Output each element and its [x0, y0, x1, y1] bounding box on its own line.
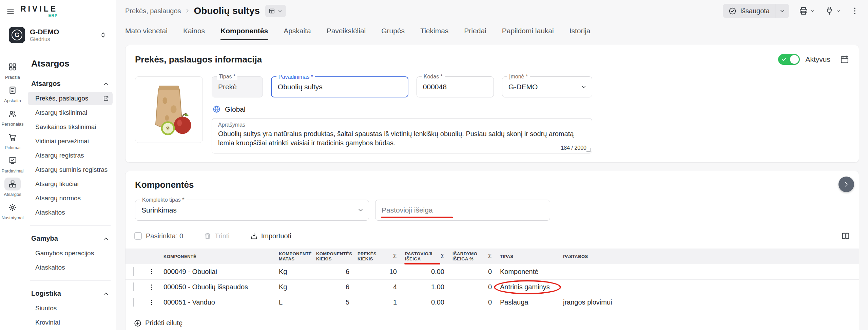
- tab-komponentes[interactable]: Komponentės: [220, 22, 268, 40]
- resize-handle[interactable]: [586, 148, 591, 152]
- rail-item-pirkimai[interactable]: Pirkimai: [4, 131, 21, 150]
- main-area: Prekės, paslaugos Obuolių sultys Išsaugo…: [116, 0, 868, 330]
- print-button[interactable]: [799, 6, 815, 16]
- sidebar-item-atsargu-tikslinimai[interactable]: Atsargų tikslinimai: [28, 106, 113, 120]
- sidebar-item-atsargu-suminis-registras[interactable]: Atsargų suminis registras: [28, 163, 113, 177]
- tab-paveiksleliai[interactable]: Paveikslėliai: [327, 22, 366, 40]
- kodas-field[interactable]: Kodas * 000048: [417, 76, 494, 97]
- pavadinimas-field[interactable]: Pavadinimas * Obuolių sultys: [271, 76, 408, 97]
- integrations-button[interactable]: [825, 6, 841, 16]
- col-komponente[interactable]: KOMPONENTĖ: [159, 249, 275, 264]
- calendar-button[interactable]: [840, 55, 849, 64]
- sidebar-item-savikainos-tikslinimai[interactable]: Savikainos tikslinimai: [28, 120, 113, 134]
- save-button[interactable]: Išsaugota: [723, 4, 775, 18]
- cell-pastovioji: 1.00: [401, 279, 448, 295]
- sidebar-group-atsargos[interactable]: Atsargos: [28, 77, 113, 90]
- rail-item-personalas[interactable]: Personalas: [1, 107, 23, 127]
- tab-kainos[interactable]: Kainos: [183, 22, 205, 40]
- col-pastovioji-iseiga[interactable]: PASTOVIOJI IŠEIGAΣ: [401, 249, 448, 264]
- row-menu-icon[interactable]: [148, 283, 155, 291]
- cell-komponente: 000050 - Obuolių išspaudos: [159, 279, 275, 295]
- boxes-icon: [4, 178, 21, 190]
- komplekto-tipas-select[interactable]: Komplekto tipas * Surinkimas: [135, 200, 369, 221]
- sidebar: RIVILE ERP G G-DEMO Giedrius: [0, 0, 116, 330]
- cell-pastabos: [559, 279, 637, 295]
- active-toggle-label: Aktyvus: [805, 55, 830, 63]
- sidebar-item-kroviniai[interactable]: Kroviniai: [28, 316, 113, 329]
- gear-icon: [4, 201, 21, 214]
- row-checkbox[interactable]: [133, 298, 134, 307]
- table-row[interactable]: 000050 - Obuolių išspaudos Kg 6 4 1.00 0…: [126, 279, 859, 295]
- import-button[interactable]: Importuoti: [250, 232, 291, 240]
- col-tipas[interactable]: TIPAS: [496, 249, 559, 264]
- components-table: KOMPONENTĖ KOMPONENTĖS MATAS KOMPONENTĖS…: [126, 249, 859, 310]
- view-switcher-button[interactable]: [265, 5, 286, 17]
- col-isardymo-iseiga[interactable]: IŠARDYMO IŠEIGA %Σ: [448, 249, 496, 264]
- breadcrumb[interactable]: Prekės, paslaugos: [125, 7, 181, 15]
- menu-hamburger-icon[interactable]: [6, 7, 15, 16]
- cell-pastovioji: 0.00: [401, 295, 448, 310]
- sidebar-item-gamybos-operacijos[interactable]: Gamybos operacijos: [28, 246, 113, 260]
- row-checkbox[interactable]: [133, 267, 134, 276]
- active-toggle[interactable]: [778, 54, 800, 65]
- cell-prekes-kiekis: 4: [353, 279, 401, 295]
- rail-item-pardavimai[interactable]: Pardavimai: [1, 154, 23, 173]
- sidebar-item-vidiniai-pervezimai[interactable]: Vidiniai pervežimai: [28, 134, 113, 148]
- col-komponentes-kiekis[interactable]: KOMPONENTĖS KIEKISΣ: [312, 249, 353, 264]
- save-options-button[interactable]: [775, 4, 789, 18]
- tab-priedai[interactable]: Priedai: [464, 22, 486, 40]
- sidebar-item-atsargu-registras[interactable]: Atsargų registras: [28, 149, 113, 162]
- workspace-selector[interactable]: G G-DEMO Giedrius: [5, 23, 111, 47]
- cell-pastovioji: 0.00: [401, 264, 448, 279]
- cell-prekes-kiekis: 1: [353, 295, 401, 310]
- sigma-icon[interactable]: Σ: [393, 253, 397, 260]
- selected-count: Pasirinkta: 0: [146, 232, 183, 240]
- sidebar-item-prekes-paslaugos[interactable]: Prekės, paslaugos: [28, 92, 113, 105]
- column-settings-button[interactable]: [841, 232, 850, 240]
- cell-komponente: 000051 - Vanduo: [159, 295, 275, 310]
- row-menu-icon[interactable]: [148, 299, 155, 306]
- rail-item-apskaita[interactable]: Apskaita: [4, 84, 21, 103]
- row-menu-icon[interactable]: [148, 268, 155, 275]
- cell-kiekis: 5: [312, 295, 353, 310]
- aprasymas-textarea[interactable]: Aprašymas Obuolių sultys yra natūralus p…: [212, 118, 592, 153]
- table-row[interactable]: 000049 - Obuoliai Kg 6 10 0.00 0 Kompone…: [126, 264, 859, 279]
- rail-item-nustatymai[interactable]: Nustatymai: [1, 201, 23, 220]
- delete-button[interactable]: Trinti: [204, 232, 230, 240]
- brand-logo: RIVILE ERP: [20, 5, 58, 18]
- tab-apskaita[interactable]: Apskaita: [284, 22, 311, 40]
- sidebar-item-atsargu-normos[interactable]: Atsargų normos: [28, 191, 113, 205]
- table-row[interactable]: 000051 - Vanduo L 5 1 0.00 0 Paslauga įr…: [126, 295, 859, 310]
- sidebar-item-gamyba-ataskaitos[interactable]: Ataskaitos: [28, 261, 113, 274]
- tab-papildomi-laukai[interactable]: Papildomi laukai: [502, 22, 554, 40]
- col-komponentes-matas[interactable]: KOMPONENTĖS MATAS: [275, 249, 312, 264]
- tab-grupes[interactable]: Grupės: [381, 22, 405, 40]
- sidebar-item-ataskaitos[interactable]: Ataskaitos: [28, 206, 113, 219]
- row-checkbox[interactable]: [133, 282, 134, 291]
- rail-item-pradzia[interactable]: Pradžia: [4, 60, 21, 80]
- cell-matas: Kg: [275, 264, 312, 279]
- sidebar-item-siuntos[interactable]: Siuntos: [28, 301, 113, 315]
- tab-tiekimas[interactable]: Tiekimas: [420, 22, 448, 40]
- chevron-up-icon: [102, 80, 109, 87]
- pastovioji-iseiga-field[interactable]: Pastovioji išeiga: [375, 200, 550, 221]
- col-prekes-kiekis[interactable]: PREKĖS KIEKISΣ: [353, 249, 401, 264]
- more-options-button[interactable]: [850, 6, 859, 15]
- plus-circle-icon: [134, 319, 142, 327]
- tab-istorija[interactable]: Istorija: [570, 22, 591, 40]
- imone-select[interactable]: Įmonė * G-DEMO: [502, 76, 592, 97]
- tab-mato-vienetai[interactable]: Mato vienetai: [125, 22, 168, 40]
- brand-sub: ERP: [48, 14, 58, 18]
- col-pastabos[interactable]: PASTABOS: [559, 249, 637, 264]
- sidebar-group-gamyba[interactable]: Gamyba: [28, 232, 113, 245]
- sigma-icon[interactable]: Σ: [441, 253, 444, 260]
- sidebar-group-logistika[interactable]: Logistika: [28, 287, 113, 300]
- product-image: [135, 76, 203, 143]
- panel-expand-button[interactable]: [838, 177, 854, 192]
- rail-item-atsargos[interactable]: Atsargos: [4, 178, 21, 197]
- select-all-checkbox[interactable]: [134, 232, 142, 240]
- sidebar-item-atsargu-likuciai[interactable]: Atsargų likučiai: [28, 177, 113, 191]
- add-row-button[interactable]: Pridėti eilutę: [134, 319, 859, 327]
- sigma-icon[interactable]: Σ: [488, 253, 492, 260]
- external-link-icon: [103, 95, 109, 102]
